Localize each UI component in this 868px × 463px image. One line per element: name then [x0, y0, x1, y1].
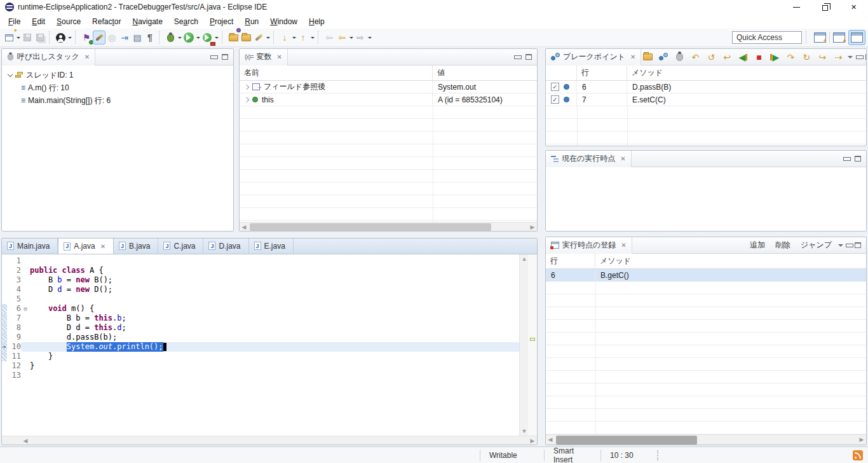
- code-editor[interactable]: 12public class A {3 B b = new B();4 D d …: [2, 254, 519, 436]
- code-line-2[interactable]: 2public class A {: [2, 266, 519, 275]
- search-dropdown[interactable]: [266, 37, 270, 41]
- code-line-10[interactable]: ➔10 System.out.println();: [2, 342, 519, 352]
- editor-tab-b.java[interactable]: JB.java: [114, 238, 158, 254]
- code-line-11[interactable]: 11 }: [2, 352, 519, 361]
- exec-point-row[interactable]: 6B.getC(): [546, 269, 866, 282]
- step-over-button[interactable]: ↻: [800, 50, 813, 64]
- debug-perspective-button[interactable]: [848, 30, 865, 45]
- maximize-view-button[interactable]: [526, 54, 532, 60]
- thread-node[interactable]: スレッドID: 1: [2, 69, 233, 81]
- restore-button[interactable]: [811, 0, 839, 14]
- open-type-button[interactable]: [227, 31, 240, 45]
- back-button[interactable]: ⇦: [336, 31, 348, 45]
- stack-frame[interactable]: ≡ Main.main(String[]) 行: 6: [2, 94, 233, 107]
- watch-disabled-button[interactable]: ◎: [105, 31, 118, 45]
- current-point-tab[interactable]: 現在の実行時点 ✕: [546, 151, 632, 167]
- menu-source[interactable]: Source: [51, 15, 86, 29]
- show-breakpoints-button[interactable]: [657, 50, 670, 64]
- breakpoint-row[interactable]: ✓7E.setC(C): [546, 93, 866, 106]
- exec-points-hscrollbar[interactable]: ◀▶: [546, 434, 866, 445]
- menu-project[interactable]: Project: [204, 15, 239, 29]
- breakpoint-checkbox[interactable]: ✓: [551, 95, 559, 104]
- debug-button[interactable]: [164, 31, 177, 45]
- step-into-button[interactable]: ↷: [784, 50, 797, 64]
- code-line-6[interactable]: 6⊖ void m() {: [2, 304, 519, 314]
- trace-flag-button[interactable]: ⚑: [80, 31, 93, 45]
- variables-name-column[interactable]: 名前: [240, 66, 433, 80]
- new-wizard-button[interactable]: ✦: [3, 31, 15, 45]
- save-all-button[interactable]: [34, 31, 46, 45]
- breakpoints-line-column[interactable]: 行: [577, 66, 627, 80]
- debug-disabled-button[interactable]: [673, 50, 686, 64]
- menu-run[interactable]: Run: [239, 15, 264, 29]
- last-edit-location-button[interactable]: ⇦: [323, 31, 336, 45]
- run-dropdown[interactable]: [196, 37, 200, 41]
- exec-points-tab[interactable]: 実行時点の登録 ✕: [546, 237, 632, 254]
- expand-chevron-icon[interactable]: [244, 97, 249, 102]
- fold-marker[interactable]: ⊖: [21, 304, 30, 314]
- quick-access-field[interactable]: Quick Access: [732, 31, 802, 44]
- step-back-return-button[interactable]: ↩: [721, 50, 733, 64]
- external-tools-dropdown[interactable]: [215, 37, 219, 41]
- code-line-3[interactable]: 3 B b = new B();: [2, 275, 519, 285]
- close-button[interactable]: ✕: [839, 0, 868, 14]
- variables-hscrollbar[interactable]: ◀▶: [240, 222, 537, 231]
- view-menu-icon[interactable]: [848, 56, 853, 61]
- expand-chevron-icon[interactable]: [8, 71, 13, 76]
- code-line-9[interactable]: 9 d.passB(b);: [2, 333, 519, 342]
- statusbar-drag-handle[interactable]: [657, 450, 660, 460]
- previous-annotation-button[interactable]: ↑: [297, 31, 309, 45]
- menu-search[interactable]: Search: [168, 15, 204, 29]
- java-snippet-button[interactable]: ⇥: [118, 31, 131, 45]
- open-resource-button[interactable]: [240, 31, 252, 45]
- forward-button[interactable]: ⇨: [354, 31, 367, 45]
- menu-window[interactable]: Window: [264, 15, 303, 29]
- exec-points-method-column[interactable]: メソッド: [595, 254, 866, 268]
- add-button[interactable]: 追加: [746, 240, 769, 251]
- minimize-view-button[interactable]: [210, 55, 217, 59]
- breakpoints-method-column[interactable]: メソッド: [627, 66, 866, 80]
- next-annotation-dropdown[interactable]: [292, 37, 296, 41]
- java-perspective-button[interactable]: ●: [831, 30, 847, 45]
- maximize-view-button[interactable]: [855, 242, 861, 248]
- minimize-view-button[interactable]: [846, 244, 852, 247]
- editor-vscrollbar[interactable]: ▲▼: [519, 254, 528, 436]
- menu-edit[interactable]: Edit: [26, 15, 51, 29]
- variables-tab[interactable]: (x)= 変数 ✕: [240, 49, 288, 66]
- variables-close-icon[interactable]: ✕: [277, 53, 282, 60]
- editor-tab-main.java[interactable]: JMain.java: [2, 238, 58, 254]
- editor-tab-e.java[interactable]: JE.java: [249, 238, 294, 254]
- step-back-into-button[interactable]: ↶: [689, 50, 702, 64]
- editor-tab-a.java[interactable]: JA.java✕: [58, 238, 114, 254]
- editor-hscrollbar[interactable]: ◀▶: [2, 436, 537, 445]
- next-annotation-button[interactable]: ↓: [278, 31, 291, 45]
- save-button[interactable]: [21, 31, 34, 45]
- run-button[interactable]: [182, 31, 195, 45]
- current-line-marker[interactable]: [530, 338, 535, 341]
- menu-refactor[interactable]: Refactor: [86, 15, 126, 29]
- call-stack-close-icon[interactable]: ✕: [85, 53, 90, 60]
- minimize-view-button[interactable]: [843, 157, 850, 160]
- call-stack-tab[interactable]: 呼び出しスタック ✕: [2, 49, 95, 66]
- variables-value-column[interactable]: 値: [433, 66, 537, 80]
- code-line-12[interactable]: 12}: [2, 361, 519, 371]
- reverse-resume-button[interactable]: ◀: [736, 50, 749, 64]
- editor-tab-c.java[interactable]: JC.java: [158, 238, 203, 254]
- breakpoint-row[interactable]: ✓6D.passB(B): [546, 81, 866, 93]
- resume-button[interactable]: ▶: [768, 50, 781, 64]
- show-whitespace-button[interactable]: ¶: [144, 31, 156, 45]
- external-tools-button[interactable]: [201, 31, 214, 45]
- console-view-button[interactable]: ▤: [131, 31, 144, 45]
- back-dropdown[interactable]: [349, 37, 353, 41]
- editor-tab-close-icon[interactable]: ✕: [100, 243, 105, 250]
- code-line-13[interactable]: 13: [2, 371, 519, 380]
- current-point-close-icon[interactable]: ✕: [620, 155, 625, 162]
- minimize-button[interactable]: [782, 0, 811, 14]
- maximize-view-button[interactable]: [855, 156, 861, 162]
- code-line-5[interactable]: 5: [2, 294, 519, 304]
- previous-annotation-dropdown[interactable]: [311, 37, 315, 41]
- maximize-view-button[interactable]: [865, 54, 867, 60]
- minimize-view-button[interactable]: [856, 55, 862, 59]
- breakpoints-close-icon[interactable]: ✕: [630, 53, 635, 60]
- stack-frame[interactable]: ≡ A.m() 行: 10: [2, 81, 233, 94]
